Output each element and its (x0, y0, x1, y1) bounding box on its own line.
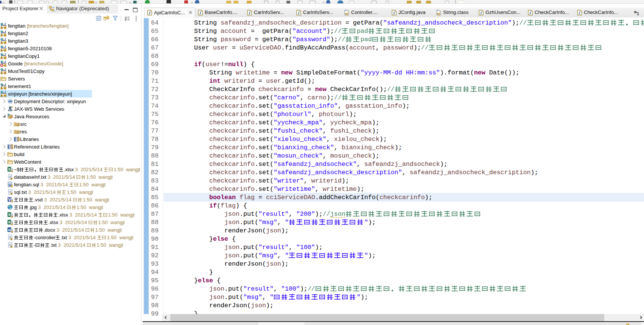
svg-text:J: J (3, 91, 6, 94)
svg-text:J: J (297, 11, 299, 15)
svg-text:J: J (3, 53, 6, 57)
svg-text:J: J (199, 11, 201, 15)
svg-text:J: J (3, 68, 6, 72)
svg-text:010: 010 (345, 13, 349, 15)
svg-text:J: J (529, 11, 531, 15)
svg-text:J: J (393, 11, 395, 15)
svg-text:J: J (3, 23, 6, 26)
svg-text:J: J (248, 11, 250, 15)
svg-text:J: J (480, 11, 482, 15)
svg-text:J: J (3, 30, 6, 34)
svg-text:010: 010 (437, 13, 441, 15)
svg-text:J: J (3, 38, 6, 42)
svg-text:J: J (148, 11, 150, 15)
svg-text:J: J (3, 45, 6, 49)
svg-text:3.1: 3.1 (9, 101, 11, 102)
svg-text:J: J (3, 83, 6, 87)
svg-text:J: J (3, 60, 6, 64)
svg-text:J: J (578, 11, 580, 15)
